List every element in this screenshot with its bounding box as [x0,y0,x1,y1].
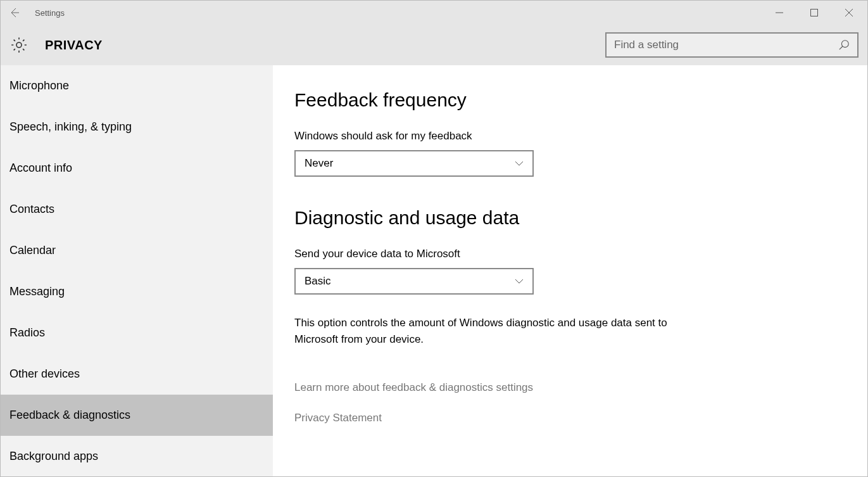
sidebar-item-messaging[interactable]: Messaging [1,271,273,312]
titlebar: Settings [1,1,867,25]
privacy-statement-link[interactable]: Privacy Statement [294,412,846,424]
sidebar-item-label: Other devices [9,367,80,381]
search-input[interactable] [614,39,838,51]
learn-more-link[interactable]: Learn more about feedback & diagnostics … [294,381,846,394]
chevron-down-icon [515,278,524,284]
sidebar-item-label: Calendar [9,244,56,257]
svg-point-2 [841,41,848,48]
sidebar-item-label: Account info [9,162,72,175]
sidebar-item-speech-inking-typing[interactable]: Speech, inking, & typing [1,106,273,148]
back-button[interactable] [1,1,28,25]
window-controls [762,1,866,25]
sidebar-item-label: Microphone [9,79,69,92]
layout: Microphone Speech, inking, & typing Acco… [1,65,867,476]
feedback-frequency-dropdown[interactable]: Never [294,150,534,177]
search-container [605,32,859,58]
feedback-frequency-value: Never [305,157,333,170]
sidebar-item-feedback-diagnostics[interactable]: Feedback & diagnostics [1,395,273,436]
close-icon [845,9,853,16]
svg-rect-0 [810,10,817,16]
sidebar-item-label: Messaging [9,285,65,298]
settings-gear[interactable] [9,35,28,54]
sidebar-item-label: Feedback & diagnostics [9,409,130,422]
content: Feedback frequency Windows should ask fo… [273,65,867,476]
search-icon [838,39,850,51]
sidebar: Microphone Speech, inking, & typing Acco… [1,65,273,476]
diagnostic-dropdown[interactable]: Basic [294,268,534,295]
sidebar-item-contacts[interactable]: Contacts [1,189,273,230]
section-diagnostic-title: Diagnostic and usage data [294,207,846,229]
sidebar-item-label: Radios [9,326,45,340]
header-bar: PRIVACY [1,25,867,65]
sidebar-item-radios[interactable]: Radios [1,312,273,353]
sidebar-item-label: Speech, inking, & typing [9,120,132,134]
diagnostic-value: Basic [305,275,331,288]
minimize-button[interactable] [762,1,796,25]
feedback-frequency-label: Windows should ask for my feedback [294,130,846,143]
maximize-button[interactable] [796,1,831,25]
window-title: Settings [35,8,65,18]
maximize-icon [810,9,818,16]
search-box[interactable] [605,32,859,58]
chevron-down-icon [515,160,524,167]
sidebar-item-label: Contacts [9,203,54,216]
sidebar-item-microphone[interactable]: Microphone [1,65,273,106]
arrow-left-icon [8,6,21,19]
sidebar-item-background-apps[interactable]: Background apps [1,436,273,476]
section-feedback-frequency-title: Feedback frequency [294,89,846,111]
gear-icon [9,35,28,54]
sidebar-item-account-info[interactable]: Account info [1,148,273,189]
diagnostic-description: This option controls the amount of Windo… [294,315,687,348]
sidebar-item-label: Background apps [9,450,98,463]
close-button[interactable] [831,1,866,25]
svg-point-1 [16,42,22,48]
sidebar-item-other-devices[interactable]: Other devices [1,353,273,395]
diagnostic-label: Send your device data to Microsoft [294,248,846,260]
minimize-icon [776,9,783,16]
page-title: PRIVACY [45,38,103,53]
sidebar-item-calendar[interactable]: Calendar [1,230,273,271]
